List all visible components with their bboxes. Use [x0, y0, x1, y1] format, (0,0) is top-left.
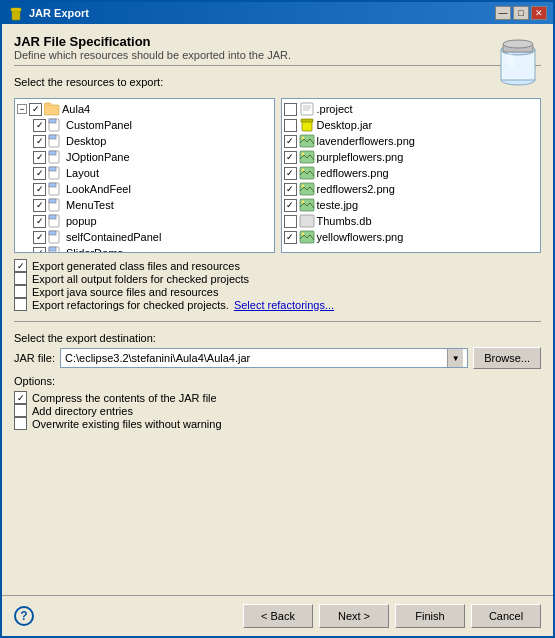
jar-option-row[interactable]: Compress the contents of the JAR file	[14, 391, 541, 404]
option-checkbox[interactable]	[14, 259, 27, 272]
right-tree-item[interactable]: .project	[284, 101, 539, 117]
item-label: popup	[66, 215, 97, 227]
item-checkbox[interactable]	[284, 183, 297, 196]
export-dest-label: Select the export destination:	[14, 332, 541, 344]
item-checkbox[interactable]	[33, 215, 46, 228]
export-option-row[interactable]: Export all output folders for checked pr…	[14, 272, 541, 285]
left-tree-items: CustomPanel Desktop JOptionPane Layout	[17, 117, 272, 253]
finish-button[interactable]: Finish	[395, 604, 465, 628]
right-tree[interactable]: .project Desktop.jar lavenderflowers.png…	[281, 98, 542, 253]
right-tree-item[interactable]: purpleflowers.png	[284, 149, 539, 165]
item-checkbox[interactable]	[284, 103, 297, 116]
combo-arrow-icon[interactable]: ▼	[447, 349, 463, 367]
item-label: Layout	[66, 167, 99, 179]
file-icon	[48, 230, 64, 244]
jar-option-label: Compress the contents of the JAR file	[32, 392, 217, 404]
left-tree-item[interactable]: SliderDemo	[17, 245, 272, 253]
jar-option-checkbox[interactable]	[14, 404, 27, 417]
right-tree-item[interactable]: Thumbs.db	[284, 213, 539, 229]
file-icon	[48, 150, 64, 164]
item-label: LookAndFeel	[66, 183, 131, 195]
back-button[interactable]: < Back	[243, 604, 313, 628]
svg-rect-26	[49, 247, 56, 251]
item-checkbox[interactable]	[33, 247, 46, 254]
svg-rect-0	[12, 10, 20, 20]
item-checkbox[interactable]	[33, 231, 46, 244]
help-button[interactable]: ?	[14, 606, 34, 626]
item-label: Desktop.jar	[317, 119, 373, 131]
refactoring-link[interactable]: Select refactorings...	[234, 299, 334, 311]
jar-option-checkbox[interactable]	[14, 391, 27, 404]
right-tree-item[interactable]: redflowers2.png	[284, 181, 539, 197]
next-button[interactable]: Next >	[319, 604, 389, 628]
item-label: SliderDemo	[66, 247, 123, 253]
export-option-row[interactable]: Export refactorings for checked projects…	[14, 298, 541, 311]
close-button[interactable]: ✕	[531, 6, 547, 20]
left-tree-item[interactable]: popup	[17, 213, 272, 229]
jar-svg	[496, 34, 541, 86]
item-label: JOptionPane	[66, 151, 130, 163]
expand-icon[interactable]: −	[17, 104, 27, 114]
left-tree-item[interactable]: selfContainedPanel	[17, 229, 272, 245]
file-icon	[48, 166, 64, 180]
left-tree-item[interactable]: LookAndFeel	[17, 181, 272, 197]
jar-export-window: JAR Export — □ ✕ JAR File Specification …	[0, 0, 555, 638]
item-checkbox[interactable]	[33, 183, 46, 196]
svg-rect-43	[300, 215, 314, 227]
option-label: Export refactorings for checked projects…	[32, 299, 229, 311]
cancel-button[interactable]: Cancel	[471, 604, 541, 628]
jar-file-combo[interactable]: C:\eclipse3.2\stefanini\Aula4\Aula4.jar …	[60, 348, 468, 368]
tree-panel: − Aula4 CustomPanel Deskt	[14, 98, 541, 253]
item-checkbox[interactable]	[284, 199, 297, 212]
minimize-button[interactable]: —	[495, 6, 511, 20]
item-label: redflowers.png	[317, 167, 389, 179]
export-option-row[interactable]: Export java source files and resources	[14, 285, 541, 298]
jar-option-row[interactable]: Overwrite existing files without warning	[14, 417, 541, 430]
maximize-button[interactable]: □	[513, 6, 529, 20]
left-tree-item[interactable]: CustomPanel	[17, 117, 272, 133]
item-checkbox[interactable]	[33, 199, 46, 212]
item-checkbox[interactable]	[284, 135, 297, 148]
option-label: Export all output folders for checked pr…	[32, 273, 249, 285]
svg-point-6	[503, 40, 533, 48]
right-tree-items: .project Desktop.jar lavenderflowers.png…	[284, 101, 539, 245]
svg-rect-27	[301, 103, 313, 115]
option-checkbox[interactable]	[14, 285, 27, 298]
left-tree-item[interactable]: Layout	[17, 165, 272, 181]
export-option-row[interactable]: Export generated class files and resourc…	[14, 259, 541, 272]
right-tree-item[interactable]: Desktop.jar	[284, 117, 539, 133]
title-bar: JAR Export — □ ✕	[2, 2, 553, 24]
item-checkbox[interactable]	[284, 167, 297, 180]
browse-button[interactable]: Browse...	[473, 347, 541, 369]
left-tree-item[interactable]: Desktop	[17, 133, 272, 149]
root-checkbox[interactable]	[29, 103, 42, 116]
left-tree-item[interactable]: JOptionPane	[17, 149, 272, 165]
svg-rect-18	[49, 183, 56, 187]
jar-option-row[interactable]: Add directory entries	[14, 404, 541, 417]
svg-rect-31	[302, 121, 312, 131]
item-checkbox[interactable]	[284, 119, 297, 132]
item-checkbox[interactable]	[33, 151, 46, 164]
option-checkbox[interactable]	[14, 298, 27, 311]
img-icon	[299, 198, 315, 212]
jar-option-checkbox[interactable]	[14, 417, 27, 430]
right-tree-item[interactable]: redflowers.png	[284, 165, 539, 181]
jar-file-label: JAR file:	[14, 352, 55, 364]
right-tree-item[interactable]: teste.jpg	[284, 197, 539, 213]
item-checkbox[interactable]	[284, 151, 297, 164]
item-checkbox[interactable]	[33, 135, 46, 148]
option-label: Export java source files and resources	[32, 286, 218, 298]
left-tree-item[interactable]: MenuTest	[17, 197, 272, 213]
right-tree-item[interactable]: yellowflowers.png	[284, 229, 539, 245]
item-checkbox[interactable]	[33, 167, 46, 180]
option-checkbox[interactable]	[14, 272, 27, 285]
item-checkbox[interactable]	[284, 231, 297, 244]
jar-option-label: Add directory entries	[32, 405, 133, 417]
item-label: teste.jpg	[317, 199, 359, 211]
left-tree-root[interactable]: − Aula4	[17, 101, 272, 117]
right-tree-item[interactable]: lavenderflowers.png	[284, 133, 539, 149]
left-tree[interactable]: − Aula4 CustomPanel Deskt	[14, 98, 275, 253]
db-icon	[299, 214, 315, 228]
item-checkbox[interactable]	[33, 119, 46, 132]
item-checkbox[interactable]	[284, 215, 297, 228]
